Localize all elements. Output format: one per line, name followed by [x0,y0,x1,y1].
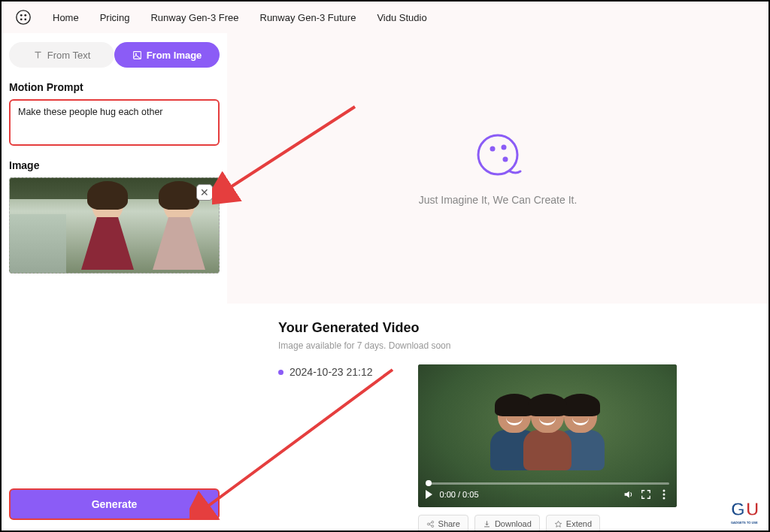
svg-point-10 [503,157,508,162]
hero-tagline: Just Imagine It, We Can Create It. [419,194,578,206]
extend-button[interactable]: Extend [546,515,600,532]
generated-section: Your Generated Video Image available for… [227,304,768,532]
download-button[interactable]: Download [474,515,540,532]
svg-point-16 [431,524,433,527]
film-reel-hero-icon [474,131,522,179]
remove-image-button[interactable]: ✕ [196,184,213,201]
svg-point-15 [431,521,433,523]
svg-point-1 [20,14,23,17]
extend-label: Extend [566,519,592,528]
video-controls: 0:00 / 0:05 [418,482,677,507]
video-player[interactable]: 0:00 / 0:05 [418,364,677,507]
nav-home[interactable]: Home [53,12,79,23]
svg-point-12 [662,494,665,496]
nav-runway-free[interactable]: Runway Gen-3 Free [150,12,238,23]
share-icon [426,520,435,528]
nav-vidu[interactable]: Vidu Studio [377,12,426,23]
top-nav: Home Pricing Runway Gen-3 Free Runway Ge… [2,2,768,33]
video-time: 0:00 / 0:05 [440,490,479,499]
from-text-label: From Text [47,50,91,61]
motion-prompt-input[interactable] [9,99,220,146]
svg-point-7 [478,135,517,174]
generate-button[interactable]: Generate [9,488,220,520]
text-icon [33,50,43,60]
fullscreen-icon[interactable] [641,489,651,500]
bullet-icon [278,370,283,375]
nav-runway-future[interactable]: Runway Gen-3 Future [260,12,356,23]
extend-icon [554,520,562,528]
svg-text:U: U [746,499,759,519]
from-image-label: From Image [147,50,202,61]
share-button[interactable]: Share [418,515,468,532]
sidebar: From Text From Image Motion Prompt Image… [2,33,227,529]
from-image-tab[interactable]: From Image [114,42,220,68]
from-text-tab[interactable]: From Text [9,42,114,68]
film-reel-logo-icon [15,9,32,26]
svg-point-9 [502,145,507,150]
svg-point-3 [20,18,23,20]
svg-text:GADGETS TO USE: GADGETS TO USE [731,521,758,524]
more-icon[interactable] [659,489,669,500]
close-icon: ✕ [200,186,209,198]
watermark: GUGADGETS TO USE [729,496,764,526]
download-icon [483,520,491,528]
svg-point-0 [17,11,30,24]
image-icon [132,50,142,60]
svg-point-13 [662,497,665,500]
svg-point-2 [24,14,26,17]
volume-icon[interactable] [623,489,633,500]
svg-point-14 [427,523,429,525]
download-label: Download [495,519,532,528]
nav-pricing[interactable]: Pricing [100,12,130,23]
uploaded-image[interactable]: ✕ [9,177,220,274]
play-icon[interactable] [426,490,432,499]
video-actions: Share Download Extend [418,515,677,532]
svg-point-8 [490,147,496,152]
right-area: Just Imagine It, We Can Create It. Your … [227,33,768,529]
mode-toggle: From Text From Image [9,42,220,68]
generated-timestamp: 2024-10-23 21:12 [278,364,373,378]
hero-section: Just Imagine It, We Can Create It. [227,33,768,304]
svg-point-4 [24,18,26,20]
svg-text:G: G [731,499,745,519]
motion-prompt-label: Motion Prompt [9,81,220,93]
share-label: Share [438,519,460,528]
generated-title: Your Generated Video [278,320,738,336]
svg-point-11 [662,490,665,492]
svg-point-6 [135,53,136,54]
generated-subtitle: Image available for 7 days. Download soo… [278,340,738,351]
image-section-label: Image [9,159,220,171]
timestamp-text: 2024-10-23 21:12 [290,366,373,378]
image-preview [10,178,219,273]
